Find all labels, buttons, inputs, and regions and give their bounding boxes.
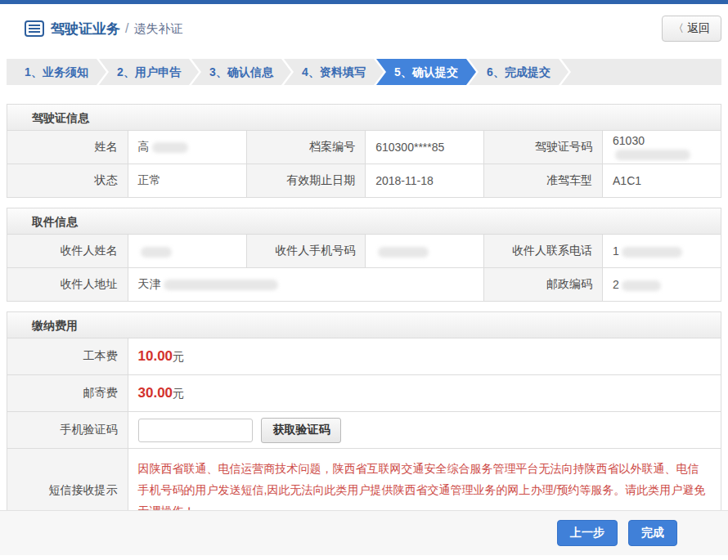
step-user-declaration: 2、用户申告 (99, 59, 199, 85)
recipient-mobile-label: 收件人手机号码 (247, 235, 366, 268)
table-row: 收件人地址 天津 邮政编码 2 (7, 268, 721, 302)
step-fill-materials: 4、资料填写 (284, 59, 384, 85)
step-confirm-info: 3、确认信息 (191, 59, 291, 85)
recipient-address-value: 天津 (128, 268, 484, 302)
page-title: 驾驶证业务 (51, 20, 120, 38)
payment-section-title: 缴纳费用 (7, 311, 721, 338)
redacted-postal-code (622, 280, 661, 291)
status-label: 状态 (7, 164, 128, 198)
redacted-name (152, 142, 188, 153)
postage-fee-label: 邮寄费 (7, 375, 128, 412)
name-label: 姓名 (7, 131, 128, 164)
step-progress-bar: 1、业务须知 2、用户申告 3、确认信息 4、资料填写 5、确认提交 6、完成提… (7, 59, 721, 85)
postal-code-label: 邮政编码 (484, 268, 603, 302)
expiry-label: 有效期止日期 (247, 164, 366, 198)
step-bar-filler (561, 59, 721, 85)
file-no-label: 档案编号 (247, 131, 366, 164)
recipient-address-label: 收件人地址 (7, 268, 128, 302)
vehicle-class-value: A1C1 (603, 164, 721, 198)
get-sms-code-button[interactable]: 获取验证码 (261, 418, 341, 443)
sms-code-cell: 获取验证码 (128, 412, 721, 449)
postal-code-value: 2 (603, 268, 721, 302)
postage-fee-unit: 元 (173, 387, 184, 400)
table-row: 姓名 高 档案编号 610300****85 驾驶证号码 61030 (7, 131, 721, 164)
file-no-value: 610300****85 (366, 131, 484, 164)
pickup-info-section: 取件信息 收件人姓名 收件人手机号码 收件人联系电话 1 收件人地址 天津 邮政… (7, 208, 721, 302)
redacted-license-no (615, 150, 690, 160)
redacted-recipient-name (141, 247, 172, 258)
expiry-value: 2018-11-18 (366, 164, 484, 198)
license-info-section: 驾驶证信息 姓名 高 档案编号 610300****85 驾驶证号码 61030… (7, 104, 721, 198)
redacted-recipient-mobile (378, 247, 429, 258)
recipient-mobile-value (366, 235, 484, 268)
production-fee-amount: 10.00 (138, 348, 173, 364)
breadcrumb-current: 遗失补证 (133, 21, 182, 37)
table-row: 收件人姓名 收件人手机号码 收件人联系电话 1 (7, 235, 721, 268)
postage-fee-amount: 30.00 (138, 385, 173, 401)
page-header: 驾驶证业务 / 遗失补证 〈返回 (0, 4, 728, 53)
previous-step-button[interactable]: 上一步 (557, 520, 618, 546)
sms-code-label: 手机验证码 (7, 412, 128, 449)
recipient-phone-label: 收件人联系电话 (484, 235, 603, 268)
finish-button[interactable]: 完成 (628, 520, 677, 546)
production-fee-label: 工本费 (7, 338, 128, 375)
status-value: 正常 (128, 164, 247, 198)
step-confirm-submit: 5、确认提交 (376, 59, 476, 85)
production-fee-unit: 元 (173, 350, 184, 363)
license-info-section-title: 驾驶证信息 (7, 104, 721, 131)
list-icon (25, 20, 44, 37)
payment-table: 工本费 10.00元 邮寄费 30.00元 手机验证码 获取验证码 短信接收提示… (7, 338, 721, 533)
pickup-info-section-title: 取件信息 (7, 208, 721, 235)
license-info-table: 姓名 高 档案编号 610300****85 驾驶证号码 61030 状态 正常… (7, 130, 721, 198)
license-no-value: 61030 (603, 131, 721, 164)
table-row: 状态 正常 有效期止日期 2018-11-18 准驾车型 A1C1 (7, 164, 721, 198)
recipient-phone-value: 1 (603, 235, 721, 268)
postage-fee-value: 30.00元 (128, 375, 721, 412)
table-row: 手机验证码 获取验证码 (7, 412, 721, 449)
redacted-recipient-phone (622, 247, 682, 258)
redacted-recipient-address (164, 280, 278, 290)
back-button[interactable]: 〈返回 (662, 16, 721, 42)
step-business-notice: 1、业务须知 (7, 59, 106, 85)
recipient-name-label: 收件人姓名 (7, 235, 128, 268)
table-row: 工本费 10.00元 (7, 338, 721, 375)
table-row: 邮寄费 30.00元 (7, 375, 721, 412)
payment-section: 缴纳费用 工本费 10.00元 邮寄费 30.00元 手机验证码 获取验证码 短… (7, 311, 721, 533)
license-no-label: 驾驶证号码 (484, 131, 603, 164)
name-value: 高 (128, 131, 247, 164)
chevron-left-icon: 〈 (673, 22, 684, 34)
breadcrumb-separator: / (125, 21, 128, 36)
recipient-name-value (128, 235, 247, 268)
pickup-info-table: 收件人姓名 收件人手机号码 收件人联系电话 1 收件人地址 天津 邮政编码 2 (7, 234, 721, 302)
vehicle-class-label: 准驾车型 (484, 164, 603, 198)
production-fee-value: 10.00元 (128, 338, 721, 375)
back-button-label: 返回 (687, 21, 710, 34)
step-complete-submit: 6、完成提交 (469, 59, 568, 85)
sms-code-input[interactable] (138, 419, 253, 442)
footer-action-bar: 上一步 完成 (0, 510, 728, 555)
